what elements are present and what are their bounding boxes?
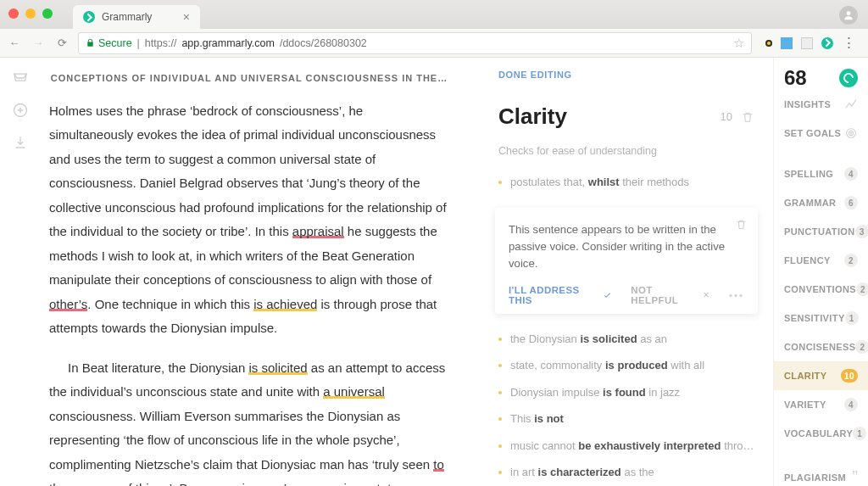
- url-path: /ddocs/268080302: [280, 37, 367, 49]
- close-tab-icon[interactable]: ×: [183, 10, 190, 24]
- count-badge: 10: [841, 369, 858, 383]
- back-button[interactable]: ←: [7, 36, 22, 49]
- plagiarism-link[interactable]: PLAGIARISM ”: [774, 460, 868, 486]
- forward-button[interactable]: →: [31, 36, 46, 49]
- address-bar[interactable]: Secure | https://app.grammarly.com/ddocs…: [78, 32, 752, 54]
- lock-icon: [86, 38, 95, 47]
- ext-icon-2[interactable]: [781, 37, 793, 49]
- paragraph-1: Holmes uses the phrase ‘bedrock of consc…: [49, 99, 449, 341]
- rail-category-sensitivity[interactable]: SENSITIVITY1: [774, 304, 868, 332]
- card-body: This sentence appears to be written in t…: [509, 221, 744, 273]
- check-icon: [603, 290, 612, 300]
- highlight-is-solicited[interactable]: is solicited: [248, 360, 307, 375]
- done-editing-link[interactable]: DONE EDITING: [498, 70, 754, 80]
- reload-button[interactable]: ⟳: [54, 36, 70, 49]
- bullet-icon: [498, 444, 502, 448]
- rail-category-spelling[interactable]: SPELLING4: [774, 159, 868, 188]
- count-badge: 3: [855, 225, 868, 238]
- document-editor[interactable]: CONCEPTIONS OF INDIVIDUAL AND UNIVERSAL …: [41, 58, 480, 486]
- count-badge: 2: [844, 254, 858, 267]
- rail-category-conventions[interactable]: CONVENTIONS2: [774, 275, 868, 304]
- insights-link[interactable]: INSIGHTS: [774, 90, 868, 119]
- chrome-menu-icon[interactable]: ⋮: [842, 34, 856, 52]
- grammarly-favicon: [83, 11, 95, 23]
- rail-category-clarity[interactable]: CLARITY10: [774, 361, 868, 390]
- highlight-to[interactable]: to: [433, 457, 444, 472]
- dismiss-category-icon[interactable]: [741, 110, 754, 124]
- bullet-icon: [498, 364, 502, 367]
- window-traffic-lights: [8, 8, 53, 19]
- ill-address-this-button[interactable]: I'LL ADDRESS THIS: [509, 285, 612, 305]
- not-helpful-button[interactable]: NOT HELPFUL: [631, 285, 710, 305]
- target-icon: [844, 126, 858, 140]
- close-window-button[interactable]: [8, 8, 19, 19]
- browser-tabbar: Grammarly ×: [0, 0, 868, 29]
- ext-icon-3[interactable]: [801, 37, 813, 49]
- minimize-window-button[interactable]: [25, 8, 36, 19]
- rail-category-grammar[interactable]: GRAMMAR6: [774, 188, 868, 217]
- bullet-icon: [498, 417, 502, 421]
- count-badge: 2: [856, 282, 868, 296]
- left-gutter: [0, 58, 41, 486]
- highlight-appraisal[interactable]: appraisal: [292, 224, 344, 238]
- alert-item[interactable]: state, commonality is produced with all: [498, 352, 754, 379]
- bullet-icon: [498, 338, 502, 341]
- count-badge: 4: [844, 167, 858, 181]
- quote-icon: ”: [852, 467, 858, 486]
- alert-item[interactable]: music cannot be exhaustively interpreted…: [498, 433, 754, 460]
- maximize-window-button[interactable]: [42, 8, 53, 19]
- count-badge: 6: [844, 196, 858, 209]
- grammarly-logo-icon[interactable]: [839, 69, 858, 87]
- alert-item[interactable]: Dionysian impulse is found in jazz: [498, 379, 754, 406]
- dismiss-card-icon[interactable]: [735, 218, 748, 231]
- svg-point-5: [850, 132, 851, 133]
- highlight-is-achieved[interactable]: is achieved: [253, 297, 317, 311]
- highlight-others[interactable]: other’s: [49, 297, 87, 311]
- tab-title: Grammarly: [102, 11, 152, 23]
- count-badge: 1: [853, 427, 866, 440]
- rail-category-vocabulary[interactable]: VOCABULARY1: [774, 419, 868, 448]
- category-count: 10: [721, 110, 732, 123]
- count-badge: 2: [855, 340, 868, 354]
- rail-category-fluency[interactable]: FLUENCY2: [774, 246, 868, 275]
- category-heading: Clarity: [498, 103, 567, 130]
- inbox-icon[interactable]: [12, 70, 29, 87]
- alerts-panel: DONE EDITING Clarity 10 Checks for ease …: [480, 58, 773, 486]
- bullet-icon: [498, 181, 502, 184]
- count-badge: 1: [845, 311, 859, 325]
- highlight-a-universal[interactable]: a universal: [323, 384, 385, 399]
- browser-toolbar: ← → ⟳ Secure | https://app.grammarly.com…: [0, 29, 868, 58]
- alert-item[interactable]: This is not: [498, 405, 754, 433]
- right-rail: 68 INSIGHTS SET GOALS SPELLING4GRAMMAR6P…: [773, 58, 868, 486]
- extension-icons: ⋮: [760, 34, 861, 52]
- url-prefix: https://: [145, 37, 177, 49]
- secure-indicator: Secure: [86, 37, 132, 49]
- bullet-icon: [498, 391, 502, 394]
- browser-tab[interactable]: Grammarly ×: [73, 5, 200, 29]
- active-alert-card: This sentence appears to be written in t…: [495, 208, 758, 314]
- alert-item[interactable]: in art is characterized as the: [498, 459, 754, 486]
- paragraph-2: In Beat literature, the Dionysian is sol…: [49, 356, 449, 486]
- category-subtitle: Checks for ease of understanding: [498, 145, 754, 157]
- document-score: 68: [784, 66, 807, 90]
- download-icon[interactable]: [12, 134, 29, 151]
- set-goals-link[interactable]: SET GOALS: [774, 119, 868, 148]
- document-title: CONCEPTIONS OF INDIVIDUAL AND UNIVERSAL …: [49, 70, 449, 87]
- card-more-icon[interactable]: •••: [729, 290, 744, 300]
- rail-category-punctuation[interactable]: PUNCTUATION3: [774, 217, 868, 246]
- grammarly-extension-icon[interactable]: [821, 37, 833, 49]
- close-icon: [702, 290, 710, 299]
- chrome-profile-avatar[interactable]: [839, 6, 858, 25]
- svg-point-0: [847, 11, 851, 15]
- add-circle-icon[interactable]: [12, 102, 29, 119]
- ext-icon-1[interactable]: [765, 40, 772, 47]
- insights-icon: [844, 98, 858, 111]
- rail-category-variety[interactable]: VARIETY4: [774, 390, 868, 419]
- bullet-icon: [498, 471, 502, 474]
- alert-item[interactable]: the Dionysian is solicited as an: [498, 326, 754, 353]
- alert-item[interactable]: postulates that, whilst their methods: [498, 169, 754, 196]
- url-host: app.grammarly.com: [181, 37, 275, 49]
- count-badge: 4: [844, 398, 858, 411]
- bookmark-star-icon[interactable]: ☆: [733, 36, 744, 51]
- rail-category-conciseness[interactable]: CONCISENESS2: [774, 332, 868, 361]
